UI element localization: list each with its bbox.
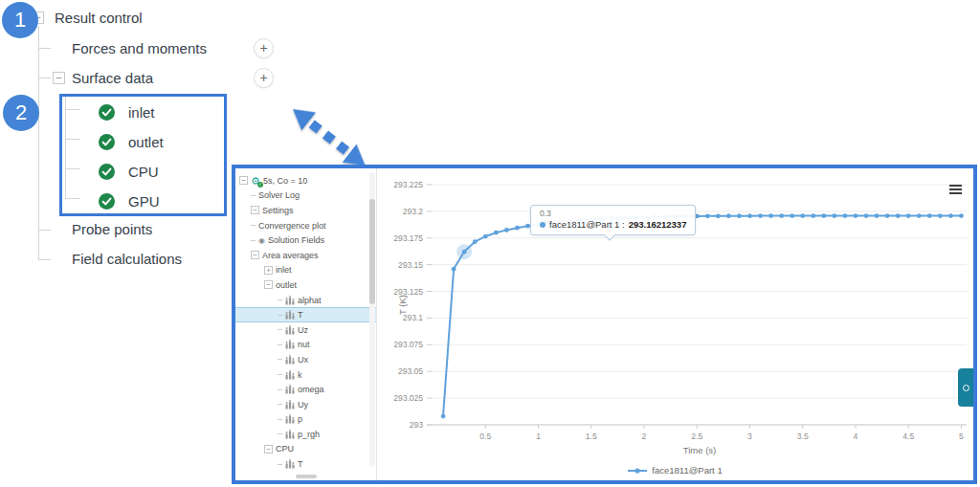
screenshot-root: 1 2 − Result control Forces and moments … [0, 0, 980, 487]
tree-connector [251, 240, 256, 241]
tree-item-outlet[interactable]: outlet [99, 131, 164, 152]
svg-text:293.025: 293.025 [393, 393, 423, 403]
simulation-run-gear-icon: ⚙✓ [251, 176, 260, 186]
run-tree-item-p-rgh[interactable]: p_rgh [235, 427, 376, 442]
scrollbar-thumb[interactable] [369, 199, 375, 304]
run-tree-item-uz[interactable]: Uz [235, 322, 376, 338]
tree-item-probe-points[interactable]: Probe points [72, 221, 152, 237]
collapse-toggle[interactable]: − [264, 280, 273, 289]
run-tree-scrollbar[interactable] [369, 172, 375, 467]
svg-text:293.15: 293.15 [398, 260, 423, 270]
svg-text:293.2: 293.2 [403, 207, 424, 216]
tree-item-inlet[interactable]: inlet [99, 101, 155, 122]
run-tree-item-label: T [298, 459, 303, 469]
run-tree-item-label: Solver Log [258, 190, 300, 200]
tree-item-forces-and-moments[interactable]: Forces and moments [72, 40, 207, 56]
check-circle-icon [99, 134, 115, 150]
tree-item-surface-data[interactable]: Surface data [72, 70, 153, 86]
run-tree-item-inlet[interactable]: +inlet [235, 263, 376, 278]
svg-text:293.075: 293.075 [393, 340, 423, 349]
legend-item[interactable]: face1811@Part 1 [628, 465, 722, 476]
run-tree-item-solution-fields[interactable]: ◉Solution Fields [235, 232, 376, 248]
chart-icon [285, 385, 295, 394]
svg-text:T (K): T (K) [397, 295, 408, 315]
tree-connector [38, 259, 51, 260]
run-tree-item-convergence-plot[interactable]: Convergence plot [235, 218, 376, 233]
results-panel: −⚙✓5s, Co = 10Solver Log−SettingsConverg… [232, 165, 977, 484]
svg-text:5: 5 [959, 432, 964, 441]
chart-area: 293293.025293.05293.075293.1293.125293.1… [377, 168, 973, 480]
tree-connector [38, 230, 51, 231]
chart-icon [285, 355, 295, 365]
legend-label: face1811@Part 1 [652, 465, 722, 476]
run-tree-resize-handle[interactable] [296, 475, 317, 478]
run-tree-item-label: p_rgh [298, 430, 320, 439]
chart-icon [285, 370, 295, 380]
run-tree-item-label: Settings [262, 206, 294, 215]
run-tree-item-label: nut [298, 340, 310, 349]
tooltip-x-value: 0.3 [540, 209, 686, 218]
tree-connector [278, 315, 282, 316]
hamburger-menu-icon[interactable] [949, 185, 962, 196]
tree-connector [278, 359, 282, 360]
run-tree-item-label: outlet [276, 280, 297, 290]
tree-connector [278, 374, 282, 375]
tree-connector [278, 404, 282, 405]
svg-text:0.5: 0.5 [479, 432, 491, 441]
run-tree-item-alphat[interactable]: alphat [235, 293, 376, 308]
run-tree-item-label: Uy [298, 400, 308, 410]
svg-text:1.5: 1.5 [586, 432, 597, 441]
collapse-toggle-surface-data[interactable]: − [53, 72, 65, 84]
tree-connector [278, 419, 282, 420]
collapse-toggle[interactable]: − [251, 206, 259, 214]
tree-connector [251, 225, 256, 226]
run-tree-item-ux[interactable]: Ux [235, 352, 376, 367]
run-tree-item-area-averages[interactable]: −Area averages [235, 248, 376, 263]
run-tree-item-label: Ux [298, 355, 308, 365]
tree-item-field-calculations[interactable]: Field calculations [72, 251, 182, 267]
run-tree-item-k[interactable]: k [235, 367, 376, 383]
collapse-toggle[interactable]: − [251, 251, 259, 259]
run-tree-item-p[interactable]: p [235, 412, 376, 428]
double-arrow-icon [286, 100, 372, 175]
chart-icon [285, 325, 295, 335]
run-tree-item-label: T [298, 310, 303, 320]
run-tree-item-label: Solution Fields [268, 235, 324, 245]
add-forces-button[interactable]: + [254, 38, 274, 58]
run-tree-item-5s-co-10[interactable]: −⚙✓5s, Co = 10 [235, 173, 376, 188]
run-tree-item-omega[interactable]: omega [235, 382, 376, 397]
chart-tooltip: 0.3 face1811@Part 1 : 293.16212337 [530, 205, 696, 235]
run-tree-item-label: Uz [298, 325, 308, 335]
run-tree-item-outlet[interactable]: −outlet [235, 277, 376, 293]
run-tree-item-label: omega [298, 385, 324, 394]
series-dot-icon [540, 222, 546, 228]
tooltip-series-label: face1811@Part 1 : [549, 219, 625, 230]
tree-connector [278, 464, 282, 465]
step-1-badge: 1 [2, 2, 38, 38]
run-tree-item-t[interactable]: T [235, 456, 376, 472]
svg-text:3.5: 3.5 [797, 432, 809, 441]
run-tree-item-nut[interactable]: nut [235, 338, 376, 353]
svg-text:4.5: 4.5 [902, 432, 914, 441]
run-tree-item-cpu[interactable]: −CPU [235, 442, 376, 457]
tree-item-gpu[interactable]: GPU [99, 190, 160, 211]
run-tree-item-solver-log[interactable]: Solver Log [235, 188, 376, 204]
run-tree-item-label: inlet [276, 265, 292, 275]
run-tree-item-t[interactable]: T [235, 307, 376, 322]
run-tree-item-settings[interactable]: −Settings [235, 203, 376, 218]
chart-icon [285, 310, 295, 320]
tree-item-result-control[interactable]: Result control [55, 10, 143, 26]
run-tree-item-label: CPU [276, 444, 294, 454]
tree-connector [251, 195, 256, 196]
collapse-toggle[interactable]: − [264, 445, 273, 454]
chart-legend: face1811@Part 1 [377, 465, 973, 476]
tree-item-cpu[interactable]: CPU [99, 161, 159, 182]
add-surface-data-button[interactable]: + [254, 68, 274, 88]
svg-text:293.05: 293.05 [398, 366, 423, 376]
svg-text:3: 3 [747, 432, 752, 441]
highlight-box-surface-items: inletoutletCPUGPU [59, 94, 227, 216]
collapse-toggle[interactable]: + [264, 266, 273, 275]
side-tab-camera-icon[interactable] [958, 368, 973, 407]
run-tree-item-uy[interactable]: Uy [235, 397, 376, 412]
collapse-toggle[interactable]: − [239, 176, 248, 185]
